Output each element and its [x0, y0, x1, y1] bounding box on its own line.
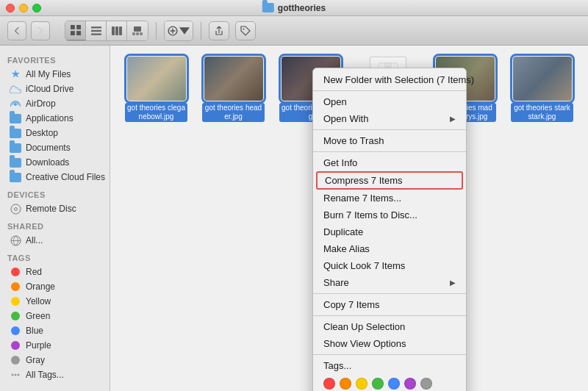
svg-rect-11 — [132, 32, 135, 35]
list-view-button[interactable] — [86, 21, 107, 40]
menu-item-rename[interactable]: Rename 7 Items... — [313, 190, 466, 207]
close-button[interactable] — [6, 4, 15, 12]
menu-item-get-info[interactable]: Get Info — [313, 154, 466, 171]
tag-dot-orange[interactable] — [340, 378, 351, 390]
svg-point-22 — [15, 374, 17, 376]
globe-icon — [10, 234, 21, 246]
menu-item-open-with[interactable]: Open With ▶ — [313, 110, 466, 127]
applications-folder-icon — [10, 112, 21, 124]
sidebar-label-creative-cloud: Creative Cloud Files — [26, 172, 105, 182]
file-thumbnail — [204, 57, 263, 101]
tag-button[interactable] — [235, 21, 256, 40]
tag-dot-gray[interactable] — [420, 378, 432, 390]
menu-item-view-options[interactable]: Show View Options — [313, 335, 466, 352]
sidebar-item-gray[interactable]: Gray — [2, 353, 107, 367]
list-item[interactable]: got theories stark stark.jpg — [507, 57, 577, 122]
sidebar-item-applications[interactable]: Applications — [2, 111, 107, 126]
menu-separator — [313, 354, 466, 355]
svg-rect-10 — [134, 26, 141, 32]
menu-item-open[interactable]: Open — [313, 93, 466, 110]
desktop-folder-icon — [10, 127, 21, 139]
sidebar-item-all-my-files[interactable]: All My Files — [2, 67, 107, 82]
list-item[interactable]: got theories header.jpg — [198, 57, 268, 122]
sidebar-label-airdrop: AirDrop — [26, 98, 56, 109]
tag-dot-purple[interactable] — [404, 378, 416, 390]
sidebar-item-blue[interactable]: Blue — [2, 323, 107, 338]
red-tag-icon — [10, 266, 21, 278]
back-button[interactable] — [7, 21, 26, 40]
menu-item-new-folder[interactable]: New Folder with Selection (7 Items) — [313, 71, 466, 88]
svg-rect-1 — [76, 25, 81, 29]
submenu-arrow-icon: ▶ — [450, 279, 456, 287]
svg-rect-9 — [119, 26, 122, 35]
action-button[interactable] — [165, 21, 193, 40]
forward-button[interactable] — [31, 21, 50, 40]
action-group — [164, 21, 193, 41]
sidebar-label-gray: Gray — [26, 355, 45, 365]
sidebar-item-desktop[interactable]: Desktop — [2, 126, 107, 140]
menu-item-compress[interactable]: Compress 7 Items — [316, 171, 463, 190]
menu-item-duplicate[interactable]: Duplicate — [313, 223, 466, 240]
sidebar-item-green[interactable]: Green — [2, 309, 107, 323]
photo-preview — [204, 57, 263, 101]
sidebar-item-airdrop[interactable]: AirDrop — [2, 96, 107, 111]
column-view-button[interactable] — [107, 21, 127, 40]
photo-preview — [127, 57, 186, 101]
minimize-button[interactable] — [19, 4, 28, 12]
sidebar-item-yellow[interactable]: Yellow — [2, 294, 107, 309]
star-icon — [10, 68, 21, 80]
menu-item-cleanup[interactable]: Clean Up Selection — [313, 318, 466, 335]
sidebar-item-documents[interactable]: Documents — [2, 140, 107, 155]
yellow-tag-icon — [10, 295, 21, 307]
tag-dot-blue[interactable] — [388, 378, 400, 390]
sidebar-label-purple: Purple — [26, 340, 51, 351]
tag-dot-yellow[interactable] — [356, 378, 368, 390]
sidebar-item-remote-disc[interactable]: Remote Disc — [2, 201, 107, 216]
sidebar-item-creative-cloud[interactable]: Creative Cloud Files — [2, 170, 107, 184]
photo-preview — [513, 57, 572, 101]
sidebar-item-icloud-drive[interactable]: iCloud Drive — [2, 82, 107, 96]
airdrop-icon — [10, 98, 21, 110]
menu-separator — [313, 293, 466, 294]
file-thumbnail — [513, 57, 572, 101]
tag-dot-green[interactable] — [372, 378, 384, 390]
file-name: got theories stark stark.jpg — [511, 103, 573, 122]
menu-item-copy[interactable]: Copy 7 Items — [313, 296, 466, 313]
sidebar-section-favorites: Favorites — [0, 50, 110, 67]
maximize-button[interactable] — [32, 4, 41, 12]
folder-icon — [262, 3, 274, 12]
menu-item-burn[interactable]: Burn 7 Items to Disc... — [313, 207, 466, 223]
menu-item-share[interactable]: Share ▶ — [313, 274, 466, 291]
svg-point-17 — [243, 28, 245, 29]
svg-rect-3 — [76, 31, 81, 35]
creative-cloud-folder-icon — [10, 171, 21, 183]
file-name: got theories header.jpg — [202, 103, 265, 122]
all-tags-icon — [10, 369, 21, 381]
menu-separator — [313, 129, 466, 130]
sidebar-label-yellow: Yellow — [26, 296, 51, 306]
tag-dot-red[interactable] — [323, 378, 335, 390]
sidebar-item-all-shared[interactable]: All... — [2, 233, 107, 248]
sidebar-section-tags: Tags — [0, 248, 110, 265]
sidebar-item-downloads[interactable]: Downloads — [2, 155, 107, 170]
sidebar-item-red[interactable]: Red — [2, 265, 107, 279]
svg-rect-0 — [71, 25, 75, 29]
share-button[interactable] — [209, 21, 229, 40]
svg-rect-5 — [91, 29, 101, 31]
menu-item-move-trash[interactable]: Move to Trash — [313, 132, 466, 149]
sidebar-label-green: Green — [26, 311, 50, 321]
menu-tag-row — [313, 374, 466, 391]
menu-item-alias[interactable]: Make Alias — [313, 240, 466, 257]
toolbar-separator-2 — [201, 22, 201, 40]
sidebar-item-all-tags[interactable]: All Tags... — [2, 367, 107, 382]
list-item[interactable]: got theories cleganebowl.jpg — [121, 57, 191, 122]
sidebar-item-orange[interactable]: Orange — [2, 279, 107, 294]
svg-rect-13 — [140, 32, 143, 35]
icon-view-button[interactable] — [65, 21, 86, 40]
cover-flow-button[interactable] — [127, 21, 148, 40]
menu-item-quick-look[interactable]: Quick Look 7 Items — [313, 257, 466, 274]
sidebar-label-all-my-files: All My Files — [26, 69, 71, 79]
sidebar-item-purple[interactable]: Purple — [2, 338, 107, 353]
green-tag-icon — [10, 310, 21, 322]
menu-item-tags[interactable]: Tags... — [313, 357, 466, 374]
